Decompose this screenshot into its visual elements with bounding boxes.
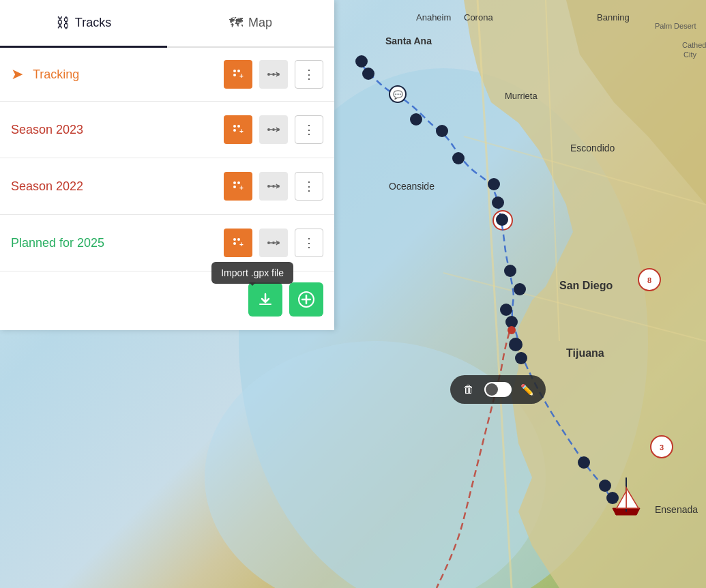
add-waypoint-icon-2025: + xyxy=(231,235,246,250)
tab-bar: ⛓ Tracks 🗺 Map xyxy=(0,0,334,48)
svg-point-29 xyxy=(436,125,448,137)
season-2023-label: Season 2023 xyxy=(11,123,217,137)
svg-text:Oceanside: Oceanside xyxy=(389,181,435,192)
add-new-button[interactable] xyxy=(289,282,323,317)
tab-tracks[interactable]: ⛓ Tracks xyxy=(0,0,167,48)
season-2023-row: Season 2023 + ⋮ xyxy=(0,102,334,158)
route-icon-2025 xyxy=(266,235,281,250)
add-waypoint-icon-2023: + xyxy=(231,122,246,137)
svg-text:+: + xyxy=(239,184,244,192)
svg-text:+: + xyxy=(239,72,244,80)
svg-point-26 xyxy=(362,68,374,80)
svg-text:Santa Ana: Santa Ana xyxy=(385,35,432,46)
season-2022-route-button[interactable] xyxy=(259,172,288,201)
svg-text:Ensenada: Ensenada xyxy=(655,504,698,515)
svg-text:Tijuana: Tijuana xyxy=(566,347,604,359)
svg-point-33 xyxy=(496,214,508,226)
svg-point-28 xyxy=(410,113,422,126)
svg-point-35 xyxy=(514,283,526,295)
svg-point-78 xyxy=(267,241,270,244)
svg-point-46 xyxy=(508,326,516,334)
import-gpx-button[interactable] xyxy=(248,282,282,317)
tab-tracks-label: Tracks xyxy=(75,16,111,30)
map-icon: 🗺 xyxy=(229,15,243,31)
tab-map[interactable]: 🗺 Map xyxy=(167,0,334,48)
season-2022-row: Season 2022 + ⋮ xyxy=(0,158,334,215)
svg-text:Banning: Banning xyxy=(597,12,630,23)
bottom-actions: Import .gpx file xyxy=(0,271,334,330)
svg-point-76 xyxy=(233,242,236,245)
svg-text:+: + xyxy=(239,128,244,135)
svg-point-74 xyxy=(233,238,236,241)
planned-2025-add-waypoint-button[interactable]: + xyxy=(224,229,252,257)
route-icon-2023 xyxy=(266,122,281,137)
toggle-control[interactable] xyxy=(484,382,512,397)
tracks-icon: ⛓ xyxy=(56,15,70,31)
svg-point-62 xyxy=(272,128,275,131)
svg-point-47 xyxy=(233,70,236,72)
map-controls[interactable]: 🗑 ✏️ xyxy=(450,375,546,404)
season-2022-label: Season 2022 xyxy=(11,179,217,194)
add-circle-icon xyxy=(297,291,315,308)
season-2022-more-button[interactable]: ⋮ xyxy=(295,172,323,201)
svg-point-42 xyxy=(606,492,619,504)
svg-point-53 xyxy=(272,73,275,76)
svg-rect-83 xyxy=(259,304,271,305)
tracking-row: ➤ Tracking + ⋮ xyxy=(0,48,334,102)
svg-text:3: 3 xyxy=(660,443,664,452)
edit-control-button[interactable]: ✏️ xyxy=(517,379,538,400)
tracking-add-waypoint-button[interactable]: + xyxy=(224,60,252,89)
planned-2025-row: Planned for 2025 + ⋮ xyxy=(0,215,334,271)
svg-point-32 xyxy=(492,196,504,209)
add-waypoint-icon-2022: + xyxy=(231,179,246,194)
svg-text:Corona: Corona xyxy=(464,12,493,23)
season-2022-add-waypoint-button[interactable]: + xyxy=(224,172,252,201)
svg-text:8: 8 xyxy=(647,276,651,284)
season-2023-add-waypoint-button[interactable]: + xyxy=(224,115,252,144)
svg-point-67 xyxy=(233,186,236,188)
sidebar: ⛓ Tracks 🗺 Map ➤ Tracking + xyxy=(0,0,334,330)
svg-point-69 xyxy=(267,185,270,188)
svg-text:San Diego: San Diego xyxy=(559,280,613,291)
svg-point-30 xyxy=(452,152,465,164)
tracking-label: Tracking xyxy=(33,68,217,82)
planned-2025-more-button[interactable]: ⋮ xyxy=(295,229,323,257)
tracking-route-button[interactable] xyxy=(259,60,288,89)
svg-text:Cathed: Cathed xyxy=(682,41,706,49)
season-2023-more-button[interactable]: ⋮ xyxy=(295,115,323,144)
svg-point-36 xyxy=(500,304,512,316)
svg-point-25 xyxy=(355,55,368,68)
add-waypoint-icon: + xyxy=(231,67,246,82)
navigation-icon: ➤ xyxy=(11,65,23,83)
svg-point-41 xyxy=(599,480,611,492)
svg-text:Escondido: Escondido xyxy=(570,143,615,153)
svg-point-40 xyxy=(578,456,590,469)
svg-text:City: City xyxy=(683,50,696,59)
svg-text:Palm Desert: Palm Desert xyxy=(655,22,696,30)
svg-point-60 xyxy=(267,128,270,131)
route-icon xyxy=(266,67,281,82)
import-icon xyxy=(257,291,274,308)
svg-point-80 xyxy=(272,241,275,244)
svg-point-34 xyxy=(504,265,516,277)
planned-2025-label: Planned for 2025 xyxy=(11,236,217,250)
svg-point-49 xyxy=(233,74,236,76)
svg-point-51 xyxy=(267,73,270,76)
svg-point-71 xyxy=(272,185,275,188)
svg-point-56 xyxy=(233,125,236,128)
svg-text:💬: 💬 xyxy=(393,89,403,100)
svg-point-58 xyxy=(233,129,236,132)
svg-point-39 xyxy=(515,352,527,364)
svg-text:+: + xyxy=(239,241,244,248)
planned-2025-route-button[interactable] xyxy=(259,229,288,257)
svg-text:Anaheim: Anaheim xyxy=(416,12,451,23)
tracking-more-button[interactable]: ⋮ xyxy=(295,60,323,89)
svg-point-65 xyxy=(233,181,236,184)
route-icon-2022 xyxy=(266,179,281,194)
svg-point-31 xyxy=(488,178,500,190)
season-2023-route-button[interactable] xyxy=(259,115,288,144)
delete-control-button[interactable]: 🗑 xyxy=(458,379,479,400)
svg-text:Murrieta: Murrieta xyxy=(505,91,538,101)
svg-point-38 xyxy=(509,338,523,351)
tab-map-label: Map xyxy=(248,16,272,30)
